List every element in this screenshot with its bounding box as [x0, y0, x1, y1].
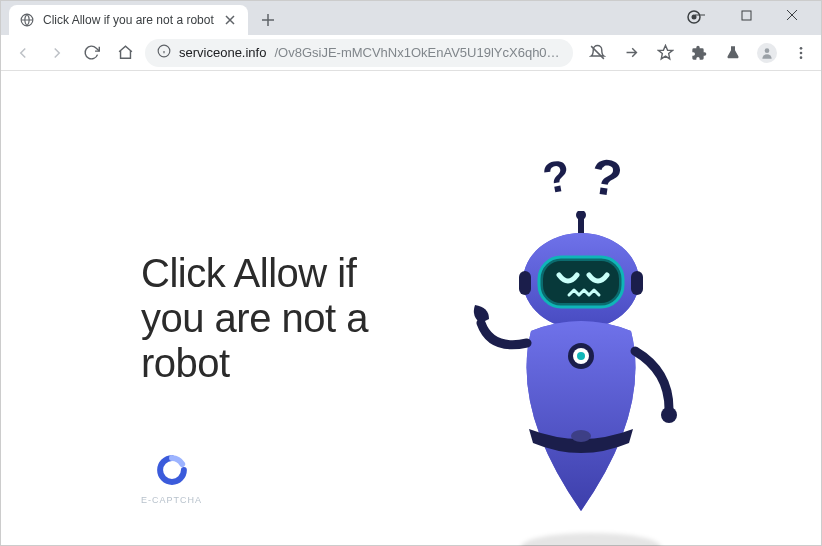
- svg-point-7: [800, 51, 803, 54]
- browser-toolbar: serviceone.info/Ov8GsiJE-mMCVhNx1OkEnAV5…: [1, 35, 821, 71]
- headline-line-1: Click Allow if: [141, 251, 356, 295]
- window-controls: [685, 1, 821, 31]
- bookmark-icon[interactable]: [653, 41, 677, 65]
- send-icon[interactable]: [619, 41, 643, 65]
- robot-shadow: [521, 533, 661, 546]
- forward-button[interactable]: [43, 39, 71, 67]
- headline-block: Click Allow if you are not a robot: [141, 251, 368, 385]
- browser-tab[interactable]: Click Allow if you are not a robot: [9, 5, 248, 35]
- url-path: /Ov8GsiJE-mMCVhNx1OkEnAV5U19lYcX6qh0haGo…: [274, 45, 561, 60]
- svg-point-5: [765, 48, 770, 53]
- page-content: Click Allow if you are not a robot E-CAP…: [1, 71, 821, 545]
- maximize-button[interactable]: [731, 8, 761, 24]
- svg-rect-16: [543, 261, 619, 303]
- captcha-badge: E-CAPTCHA: [141, 453, 202, 505]
- captcha-logo-icon: [155, 453, 189, 491]
- toolbar-actions: [579, 41, 813, 65]
- new-tab-button[interactable]: [254, 6, 282, 34]
- profile-avatar[interactable]: [755, 41, 779, 65]
- svg-text:?: ?: [541, 151, 574, 203]
- question-mark-icon: ?: [541, 151, 581, 206]
- reload-button[interactable]: [77, 39, 105, 67]
- question-mark-icon: ?: [587, 151, 629, 209]
- minimize-button[interactable]: [685, 8, 715, 24]
- extensions-icon[interactable]: [687, 41, 711, 65]
- back-button[interactable]: [9, 39, 37, 67]
- kebab-menu-icon[interactable]: [789, 41, 813, 65]
- tab-strip: Click Allow if you are not a robot: [1, 1, 821, 35]
- svg-point-21: [577, 352, 585, 360]
- close-window-button[interactable]: [777, 8, 807, 24]
- svg-point-22: [571, 430, 591, 442]
- headline-line-3: robot: [141, 341, 230, 385]
- svg-point-8: [800, 56, 803, 59]
- svg-point-12: [576, 211, 586, 220]
- svg-point-6: [800, 47, 803, 50]
- tab-title: Click Allow if you are not a robot: [43, 13, 214, 27]
- svg-text:?: ?: [588, 151, 626, 208]
- robot-icon: [451, 211, 711, 531]
- site-info-icon[interactable]: [157, 44, 171, 61]
- robot-illustration: ? ?: [451, 151, 711, 546]
- close-tab-icon[interactable]: [222, 12, 238, 28]
- captcha-label: E-CAPTCHA: [141, 495, 202, 505]
- notifications-muted-icon[interactable]: [585, 41, 609, 65]
- labs-icon[interactable]: [721, 41, 745, 65]
- question-marks: ? ?: [541, 151, 629, 209]
- svg-point-23: [661, 407, 677, 423]
- browser-window: Click Allow if you are not a robot: [0, 0, 822, 546]
- globe-icon: [19, 12, 35, 28]
- svg-rect-18: [631, 271, 643, 295]
- headline-line-2: you are not a: [141, 296, 368, 340]
- home-button[interactable]: [111, 39, 139, 67]
- url-host: serviceone.info: [179, 45, 266, 60]
- svg-rect-3: [742, 11, 751, 20]
- svg-rect-17: [519, 271, 531, 295]
- headline-text: Click Allow if you are not a robot: [141, 251, 368, 385]
- address-bar[interactable]: serviceone.info/Ov8GsiJE-mMCVhNx1OkEnAV5…: [145, 39, 573, 67]
